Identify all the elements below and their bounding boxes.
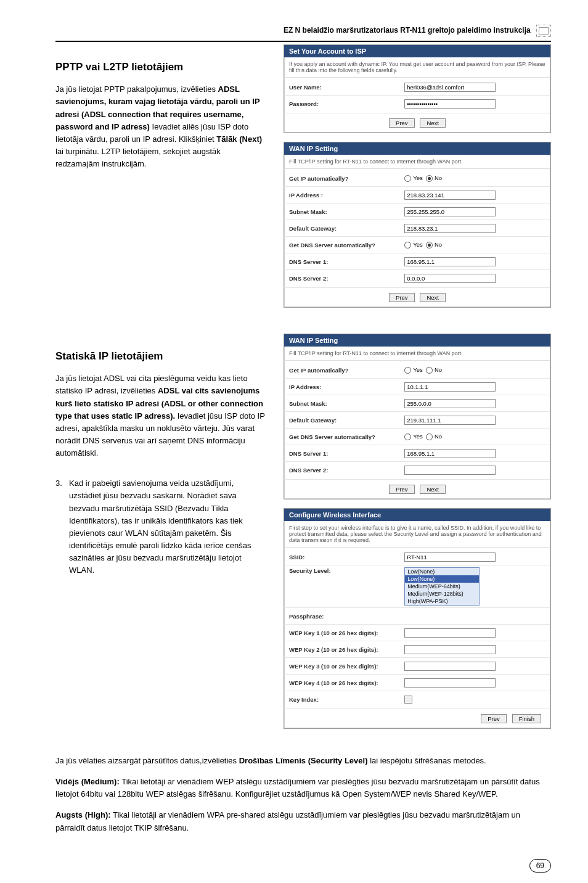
panel-set-account-title: Set Your Account to ISP xyxy=(284,45,550,57)
wep2-label: WEP Key 2 (10 or 26 hex digits): xyxy=(289,646,404,653)
wan1-dns-no-text: No xyxy=(435,241,442,248)
wan1-ip-label: IP Address : xyxy=(289,192,404,199)
ssid-label: SSID: xyxy=(289,554,404,561)
wan2-getdns-yes-radio[interactable] xyxy=(404,433,411,440)
wan2-dns2-input[interactable] xyxy=(404,466,496,475)
wan2-dns-yes-text: Yes xyxy=(413,433,423,440)
section2-heading: Statiskā IP lietotājiem xyxy=(55,348,265,364)
next-button[interactable]: Next xyxy=(420,118,446,128)
wan1-next-button[interactable]: Next xyxy=(420,293,446,302)
wan2-prev-button[interactable]: Prev xyxy=(389,485,415,494)
sec-opt-high[interactable]: High(WPA-PSK) xyxy=(405,598,479,605)
wan2-gw-input[interactable] xyxy=(404,416,496,425)
section1-para: Ja jūs lietojat PPTP pakalpojumus, izvēl… xyxy=(55,83,265,170)
password-label: Password: xyxy=(289,101,404,107)
wan1-dns2-input[interactable] xyxy=(404,274,496,283)
wan2-ip-input[interactable] xyxy=(404,382,496,392)
bottom-p1a: Ja jūs vēlaties aizsargāt pārsūtītos dat… xyxy=(55,756,239,765)
panel-wireless-title: Configure Wireless Interface xyxy=(284,509,550,521)
wan1-mask-input[interactable] xyxy=(404,207,496,216)
router-icon xyxy=(536,25,551,37)
wan2-getip-no-radio[interactable] xyxy=(426,367,433,374)
wireless-prev-button[interactable]: Prev xyxy=(481,714,507,723)
wan1-getdns-label: Get DNS Server automatically? xyxy=(289,242,404,248)
panel-wan2: WAN IP Setting Fill TCP/IP setting for R… xyxy=(284,334,551,499)
password-input[interactable] xyxy=(404,99,496,109)
wan1-getdns-yes-radio[interactable] xyxy=(404,242,411,248)
seclevel-label: Security Level: xyxy=(289,567,404,574)
panel-wan1: WAN IP Setting Fill TCP/IP setting for R… xyxy=(284,142,551,308)
section1-heading: PPTP vai L2TP lietotājiem xyxy=(55,59,265,75)
wan1-prev-button[interactable]: Prev xyxy=(389,293,415,302)
passphrase-label: Passphrase: xyxy=(289,613,404,620)
bottom-p1b: Drošības Līmenis (Security Level) xyxy=(239,756,368,765)
bottom-p2b: Tikai lietotāji ar vienādiem WEP atslēgu… xyxy=(55,777,540,799)
sec-opt-low1[interactable]: Low(None) xyxy=(405,568,479,575)
bottom-p3a: Augsts (High): xyxy=(55,810,111,819)
ssid-input[interactable] xyxy=(404,552,496,562)
wan1-getip-no-radio[interactable] xyxy=(426,175,433,182)
wep3-label: WEP Key 3 (10 or 26 hex digits): xyxy=(289,663,404,670)
wep3-input[interactable] xyxy=(404,662,496,671)
prev-button[interactable]: Prev xyxy=(389,118,415,128)
wan1-dns2-label: DNS Server 2: xyxy=(289,275,404,282)
step3-block: 3. Kad ir pabeigti savienojuma veida uzs… xyxy=(55,477,265,577)
wan2-mask-input[interactable] xyxy=(404,399,496,408)
bottom-para2: Vidējs (Medium): Tikai lietotāji ar vien… xyxy=(55,776,551,800)
wep1-input[interactable] xyxy=(404,628,496,638)
wep2-input[interactable] xyxy=(404,645,496,654)
wan2-mask-label: Subnet Mask: xyxy=(289,400,404,407)
page-number: 69 xyxy=(529,859,551,873)
header-rule xyxy=(55,41,551,42)
panel-wan1-title: WAN IP Setting xyxy=(284,142,550,155)
section1-bold2: Tālāk (Next) xyxy=(216,134,262,144)
wan1-getip-label: Get IP automatically? xyxy=(289,175,404,182)
wan1-mask-label: Subnet Mask: xyxy=(289,208,404,215)
keyidx-select[interactable] xyxy=(404,696,412,704)
wan1-dns-yes-text: Yes xyxy=(413,241,423,248)
panel-wireless: Configure Wireless Interface First step … xyxy=(284,508,551,729)
wan2-next-button[interactable]: Next xyxy=(420,485,446,494)
step3-number: 3. xyxy=(55,477,69,577)
wan2-no-text: No xyxy=(435,366,442,373)
sec-opt-low2[interactable]: Low(None) xyxy=(405,575,479,583)
sec-opt-med128[interactable]: Medium(WEP-128bits) xyxy=(405,590,479,598)
panel-wan2-title: WAN IP Setting xyxy=(284,334,550,347)
wep4-label: WEP Key 4 (10 or 26 hex digits): xyxy=(289,680,404,686)
wan2-dns1-input[interactable] xyxy=(404,449,496,458)
section1-text-post: lai turpinātu. L2TP lietotājiem, sekojie… xyxy=(55,147,221,168)
bottom-p3b: Tikai lietotāji ar vienādiem WPA pre-sha… xyxy=(55,810,520,832)
wan2-getip-yes-radio[interactable] xyxy=(404,367,411,374)
panel-wan1-desc: Fill TCP/IP setting for RT-N11 to connec… xyxy=(284,155,550,169)
wan2-getdns-label: Get DNS Server automatically? xyxy=(289,433,404,440)
panel-set-account: Set Your Account to ISP If you apply an … xyxy=(284,44,551,133)
username-input[interactable] xyxy=(404,83,496,92)
bottom-para1: Ja jūs vēlaties aizsargāt pārsūtītos dat… xyxy=(55,755,551,767)
panel-wan2-desc: Fill TCP/IP setting for RT-N11 to connec… xyxy=(284,347,550,361)
wan1-ip-input[interactable] xyxy=(404,191,496,200)
wep4-input[interactable] xyxy=(404,678,496,688)
section1-text-pre: Ja jūs lietojat PPTP pakalpojumus, izvēl… xyxy=(55,84,218,94)
panel-set-account-desc: If you apply an account with dynamic IP.… xyxy=(284,57,550,78)
wan1-yes-text: Yes xyxy=(413,175,423,181)
username-label: User Name: xyxy=(289,84,404,91)
seclevel-select[interactable]: Low(None) Low(None) Medium(WEP-64bits) M… xyxy=(404,567,480,606)
wireless-finish-button[interactable]: Finish xyxy=(512,714,541,723)
wan1-getdns-no-radio[interactable] xyxy=(426,242,433,248)
section2-para: Ja jūs lietojat ADSL vai cita pieslēguma… xyxy=(55,372,265,459)
keyidx-label: Key Index: xyxy=(289,696,404,703)
bottom-p1c: lai iespējotu šifrēšanas metodes. xyxy=(370,756,486,765)
wan2-yes-text: Yes xyxy=(413,366,423,373)
step3-text: Kad ir pabeigti savienojuma veida uzstād… xyxy=(69,477,265,577)
wep1-label: WEP Key 1 (10 or 26 hex digits): xyxy=(289,630,404,636)
wan2-gw-label: Default Gateway: xyxy=(289,417,404,424)
wan1-gw-input[interactable] xyxy=(404,224,496,233)
wan1-dns1-input[interactable] xyxy=(404,257,496,266)
wan2-ip-label: IP Address: xyxy=(289,384,404,390)
sec-opt-med64[interactable]: Medium(WEP-64bits) xyxy=(405,583,479,590)
wan2-dns1-label: DNS Server 1: xyxy=(289,450,404,457)
wan2-dns2-label: DNS Server 2: xyxy=(289,467,404,474)
wan2-getdns-no-radio[interactable] xyxy=(426,433,433,440)
wan1-no-text: No xyxy=(435,175,442,181)
wan1-getip-yes-radio[interactable] xyxy=(404,175,411,182)
